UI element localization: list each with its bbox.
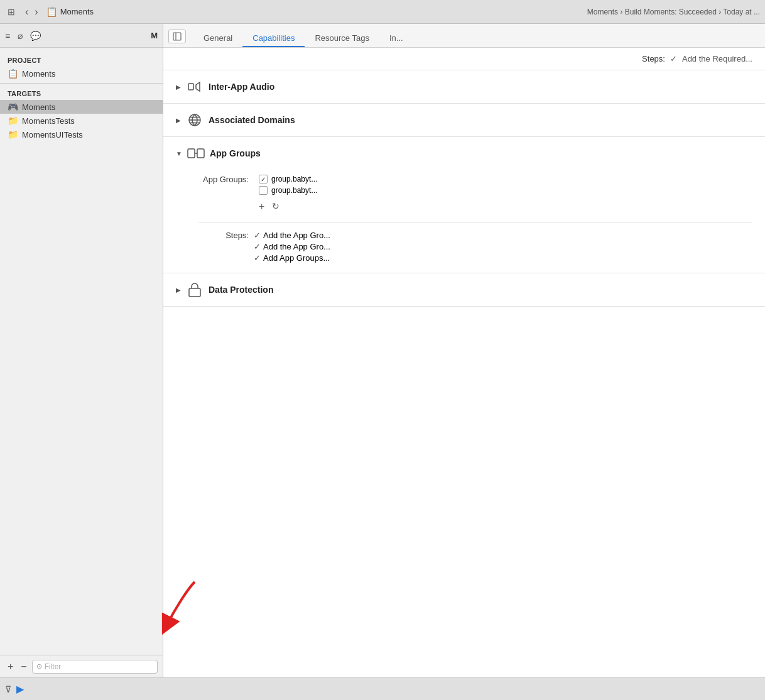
triangle-icon-audio: ▶ (176, 84, 181, 90)
cap-section-data-protection: ▶ Data Protection (163, 273, 765, 307)
step-check-1: ✓ (254, 231, 261, 240)
target-ui-tests-name: MomentsUITests (22, 130, 83, 139)
step-text-1: Add the App Gro... (263, 231, 330, 240)
filter-icon: ⊙ (36, 662, 42, 670)
app-group-checkbox-2[interactable] (259, 186, 268, 195)
cap-title-app-groups: App Groups (210, 148, 261, 158)
cap-section-associated-domains: ▶ Associated Domains (163, 104, 765, 137)
cap-header-app-groups[interactable]: ▼ App Groups (163, 137, 765, 170)
svg-rect-7 (189, 288, 200, 297)
app-groups-list: ✓ group.babyt... group.babyt... (259, 175, 317, 195)
comment-icon[interactable]: 💬 (30, 31, 41, 41)
nav-item-moments-target[interactable]: 🎮 Moments (0, 100, 163, 114)
step-item-1: ✓ Add the App Gro... (254, 231, 330, 240)
app-icon: 🎮 (8, 102, 18, 112)
svg-rect-4 (188, 149, 195, 158)
cap-header-data-protection[interactable]: ▶ Data Protection (163, 273, 765, 306)
app-group-item-1: ✓ group.babyt... (259, 175, 317, 183)
step-item-2: ✓ Add the App Gro... (254, 242, 330, 251)
triangle-icon-app-groups: ▼ (176, 150, 182, 157)
list-icon[interactable]: ≡ (5, 31, 10, 41)
folder-icon-tests: 📁 (8, 116, 18, 126)
document-icon: 📋 (46, 6, 58, 18)
app-groups-body: App Groups: ✓ group.babyt... group.babyt… (163, 175, 765, 273)
target-tests-name: MomentsTests (22, 116, 75, 126)
activity-icons-bar: ≡ ⌀ 💬 M (0, 24, 163, 48)
cap-header-associated-domains[interactable]: ▶ Associated Domains (163, 104, 765, 136)
arrow-bottom-icon[interactable]: ▶ (16, 683, 24, 695)
breadcrumb-title: Moments (60, 7, 94, 16)
app-group-item-2: group.babyt... (259, 186, 317, 195)
bottom-bar: ⊽ ▶ (0, 677, 765, 700)
svg-rect-5 (197, 149, 204, 158)
nav-item-moments-tests[interactable]: 📁 MomentsTests (0, 114, 163, 128)
app-groups-icon (187, 145, 205, 162)
inter-app-audio-icon (186, 78, 203, 96)
project-icon: 📋 (8, 68, 18, 79)
triangle-icon-domains: ▶ (176, 117, 181, 124)
filter-placeholder: Filter (45, 662, 62, 671)
check-icon-intro: ✓ (670, 54, 677, 63)
data-protection-icon (186, 281, 203, 298)
tag-icon[interactable]: ⌀ (18, 31, 23, 41)
navigator-footer: + − ⊙ Filter (0, 655, 163, 677)
step-text-2: Add the App Gro... (263, 242, 330, 251)
svg-rect-2 (188, 84, 193, 90)
build-status: Moments › Build Moments: Succeeded › Tod… (587, 8, 760, 16)
content-area: General Capabilities Resource Tags In...… (163, 24, 765, 677)
triangle-icon-data-protection: ▶ (176, 287, 181, 293)
tab-general[interactable]: General (193, 30, 242, 47)
capabilities-content: Steps: ✓ Add the Required... ▶ (163, 48, 765, 677)
filter-bottom-icon[interactable]: ⊽ (5, 684, 11, 694)
header-m: M (151, 31, 158, 40)
sidebar-toggle-button[interactable] (168, 30, 186, 43)
add-group-button[interactable]: + (259, 201, 264, 212)
app-groups-steps: Steps: ✓ Add the App Gro... ✓ Add the Ap… (198, 222, 752, 263)
target-moments-name: Moments (22, 102, 55, 112)
add-target-button[interactable]: + (5, 660, 16, 674)
nav-item-moments-ui-tests[interactable]: 📁 MomentsUITests (0, 128, 163, 141)
cap-title-data-protection: Data Protection (209, 285, 273, 295)
remove-target-button[interactable]: − (18, 660, 29, 674)
tab-resource-tags[interactable]: Resource Tags (305, 30, 379, 47)
tab-capabilities[interactable]: Capabilities (242, 30, 305, 47)
svg-rect-0 (173, 33, 181, 40)
project-name: Moments (22, 69, 55, 79)
folder-icon-ui-tests: 📁 (8, 129, 18, 139)
left-panel: ≡ ⌀ 💬 M PROJECT 📋 Moments TARGETS 🎮 Mome… (0, 24, 163, 677)
navigator-panel: PROJECT 📋 Moments TARGETS 🎮 Moments 📁 Mo… (0, 48, 163, 655)
grid-icon[interactable]: ⊞ (5, 6, 18, 18)
project-section-label: PROJECT (0, 53, 163, 67)
steps-label-app-groups: Steps: (198, 231, 249, 240)
step-check-3: ✓ (254, 253, 261, 263)
step-item-3: ✓ Add App Groups... (254, 253, 330, 263)
forward-button[interactable]: › (32, 5, 40, 19)
tab-info[interactable]: In... (379, 30, 413, 47)
app-group-name-1: group.babyt... (271, 175, 317, 183)
breadcrumb: 📋 Moments (46, 6, 94, 18)
filter-input-container[interactable]: ⊙ Filter (32, 660, 158, 674)
refresh-group-button[interactable]: ↻ (272, 201, 279, 212)
steps-intro-label: Steps: (642, 54, 665, 63)
app-groups-content-row: App Groups: ✓ group.babyt... group.babyt… (198, 175, 752, 195)
app-groups-actions: + ↻ (198, 201, 752, 212)
cap-title-inter-app-audio: Inter-App Audio (209, 82, 274, 92)
top-toolbar: ⊞ ‹ › 📋 Moments Moments › Build Moments:… (0, 0, 765, 24)
app-groups-label: App Groups: (198, 175, 249, 184)
app-group-checkbox-1[interactable]: ✓ (259, 175, 268, 183)
cap-title-associated-domains: Associated Domains (209, 115, 295, 125)
cap-section-inter-app-audio: ▶ Inter-App Audio (163, 70, 765, 104)
cap-header-inter-app-audio[interactable]: ▶ Inter-App Audio (163, 70, 765, 103)
nav-item-moments-project[interactable]: 📋 Moments (0, 67, 163, 80)
cap-section-app-groups: ▼ App Groups App Gr (163, 137, 765, 273)
app-group-name-2: group.babyt... (271, 186, 317, 195)
back-button[interactable]: ‹ (23, 5, 31, 19)
steps-intro-row: Steps: ✓ Add the Required... (163, 48, 765, 70)
associated-domains-icon (186, 111, 203, 129)
step-check-2: ✓ (254, 242, 261, 251)
steps-intro-text: Add the Required... (682, 54, 752, 63)
step-text-3: Add App Groups... (263, 253, 330, 263)
tab-bar: General Capabilities Resource Tags In... (163, 24, 765, 48)
targets-section-label: TARGETS (0, 86, 163, 100)
nav-buttons: ‹ › (23, 5, 41, 19)
